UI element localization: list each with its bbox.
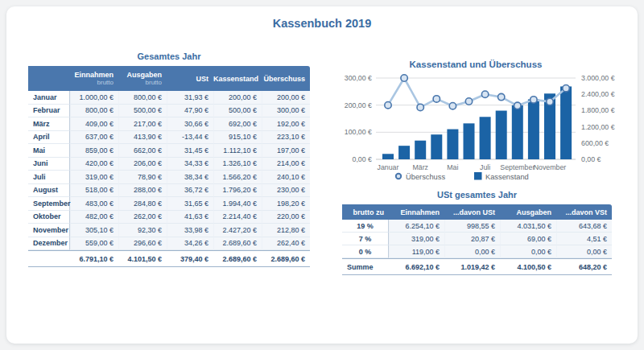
totals-spacer xyxy=(28,250,70,267)
year-header-row: EinnahmenbruttoAusgabenbruttoUStKassenst… xyxy=(28,66,310,91)
ausgaben-cell: 288,00 € xyxy=(118,184,167,198)
marker xyxy=(401,75,407,81)
month-row: Juni420,00 €206,00 €34,33 €1.326,10 €214… xyxy=(28,158,310,171)
svg-text:Januar: Januar xyxy=(378,163,399,171)
ausgaben-cell: 69,00 € xyxy=(500,233,556,245)
einnahmen-cell: 319,00 € xyxy=(70,171,118,184)
ust-cell: 31,45 € xyxy=(167,144,213,158)
column-header: brutto zu xyxy=(342,204,389,220)
legend-ueberschuss-marker-icon xyxy=(396,174,401,179)
summe-einnahmen: 6.692,10 € xyxy=(389,258,444,275)
davon-vst-cell: 0,00 € xyxy=(556,245,612,258)
month-label: Januar xyxy=(28,91,70,105)
ausgaben-cell: 284,80 € xyxy=(118,197,167,211)
column-header: Ausgabenbrutto xyxy=(118,66,167,91)
legend-kassenstand-swatch-icon xyxy=(474,172,482,180)
ausgaben-cell: 500,00 € xyxy=(118,105,167,118)
davon-vst-cell: 4,51 € xyxy=(556,233,612,245)
summe-vst: 648,20 € xyxy=(556,258,612,275)
legend-ueberschuss-label: Überschuss xyxy=(406,173,445,181)
ust-cell: 31,93 € xyxy=(167,91,213,105)
marker xyxy=(385,102,391,109)
ust-section: USt gesamtes Jahr brutto zuEinnahmen...d… xyxy=(342,190,612,275)
ueberschuss-cell: 192,00 € xyxy=(262,117,310,131)
ueberschuss-cell: 300,00 € xyxy=(262,105,310,118)
ust-cell: 33,98 € xyxy=(167,224,213,237)
month-row: Dezember559,00 €296,60 €34,26 €2.689,60 … xyxy=(28,237,310,251)
totals-ausgaben: 4.101,50 € xyxy=(118,250,167,267)
einnahmen-cell: 859,00 € xyxy=(70,144,118,158)
ust-cell: -13,44 € xyxy=(167,131,213,145)
svg-text:November: November xyxy=(534,163,567,171)
rate-row: 7 %319,00 €20,87 €69,00 €4,51 € xyxy=(342,233,612,245)
month-label: April xyxy=(28,131,70,145)
month-row: Mai859,00 €662,00 €31,45 €1.112,10 €197,… xyxy=(28,144,310,158)
column-label: USt xyxy=(167,75,208,83)
einnahmen-cell: 305,10 € xyxy=(70,224,118,237)
ust-cell: 30,66 € xyxy=(167,117,213,131)
totals-row: 6.791,10 € 4.101,50 € 379,40 € 2.689,60 … xyxy=(28,250,310,267)
kassenstand-cell: 2.214,40 € xyxy=(213,211,262,224)
bar xyxy=(447,130,458,159)
kassenstand-cell: 1.112,10 € xyxy=(213,144,262,158)
ueberschuss-cell: 212,80 € xyxy=(262,224,310,237)
bar xyxy=(496,111,507,159)
summe-ust: 1.019,42 € xyxy=(444,258,500,275)
einnahmen-cell: 637,00 € xyxy=(70,131,118,145)
ust-cell: 34,26 € xyxy=(167,237,213,251)
chart-legend: ÜberschussKassenstand xyxy=(396,172,529,181)
ausgaben-cell: 800,00 € xyxy=(118,91,167,105)
ueberschuss-cell: 220,00 € xyxy=(262,211,310,224)
svg-text:Mai: Mai xyxy=(447,163,458,171)
ueberschuss-line xyxy=(388,78,566,107)
marker xyxy=(530,97,537,103)
ueberschuss-cell: 214,00 € xyxy=(262,158,310,171)
summe-row: Summe 6.692,10 € 1.019,42 € 4.100,50 € 6… xyxy=(342,258,612,275)
rate-row: 19 %6.254,10 €998,55 €4.031,50 €643,68 € xyxy=(342,220,612,233)
ust-table-body: 19 %6.254,10 €998,55 €4.031,50 €643,68 €… xyxy=(342,220,612,258)
ueberschuss-cell: 200,00 € xyxy=(262,91,310,105)
month-label: November xyxy=(28,224,70,237)
svg-text:200,00 €: 200,00 € xyxy=(345,101,372,109)
kassenstand-cell: 2.689,60 € xyxy=(213,237,262,251)
einnahmen-cell: 6.254,10 € xyxy=(389,220,444,233)
davon-ust-cell: 0,00 € xyxy=(444,245,500,258)
svg-text:0,00 €: 0,00 € xyxy=(581,155,601,163)
bar xyxy=(431,134,442,159)
kassenstand-cell: 1.326,10 € xyxy=(213,158,262,171)
kassenstand-cell: 915,10 € xyxy=(213,131,262,145)
month-row: August518,00 €288,00 €36,72 €1.796,20 €2… xyxy=(28,184,310,198)
ausgaben-cell: 0,00 € xyxy=(500,245,556,258)
year-table-header: EinnahmenbruttoAusgabenbruttoUStKassenst… xyxy=(28,66,310,91)
bar xyxy=(415,141,426,159)
month-row: März409,00 €217,00 €30,66 €692,00 €192,0… xyxy=(28,117,310,131)
column-label: Überschuss xyxy=(262,75,305,83)
ust-cell: 47,90 € xyxy=(167,105,213,118)
page-title: Kassenbuch 2019 xyxy=(0,17,644,30)
davon-ust-cell: 998,55 € xyxy=(444,220,500,233)
ust-cell: 36,72 € xyxy=(167,184,213,198)
svg-text:2.400,00 €: 2.400,00 € xyxy=(581,90,615,98)
ust-header-row: brutto zuEinnahmen...davon UStAusgaben..… xyxy=(342,204,612,220)
column-header: Überschuss xyxy=(262,66,310,91)
month-row: Oktober482,00 €262,00 €41,63 €2.214,40 €… xyxy=(28,211,310,224)
davon-vst-cell: 643,68 € xyxy=(556,220,612,233)
marker xyxy=(465,98,472,105)
rate-label: 7 % xyxy=(342,233,389,245)
ueberschuss-cell: 240,10 € xyxy=(262,171,310,184)
einnahmen-cell: 482,00 € xyxy=(70,211,118,224)
month-label: September xyxy=(28,197,70,211)
month-label: Mai xyxy=(28,144,70,158)
kassenstand-cell: 500,00 € xyxy=(213,105,262,118)
month-row: November305,10 €92,30 €33,98 €2.427,20 €… xyxy=(28,224,310,237)
chart-title: Kassenstand und Überschuss xyxy=(410,60,543,69)
kassenstand-cell: 1.994,40 € xyxy=(213,197,262,211)
ausgaben-cell: 92,30 € xyxy=(118,224,167,237)
einnahmen-cell: 319,00 € xyxy=(389,233,444,245)
kassenstand-cell: 692,00 € xyxy=(213,117,262,131)
marker xyxy=(433,96,440,102)
month-label: Juni xyxy=(28,158,70,171)
chart-section: Kassenstand und Überschuss300,00 €200,00… xyxy=(342,56,636,187)
ust-table-footer: Summe 6.692,10 € 1.019,42 € 4.100,50 € 6… xyxy=(342,258,612,275)
bar xyxy=(480,117,491,159)
